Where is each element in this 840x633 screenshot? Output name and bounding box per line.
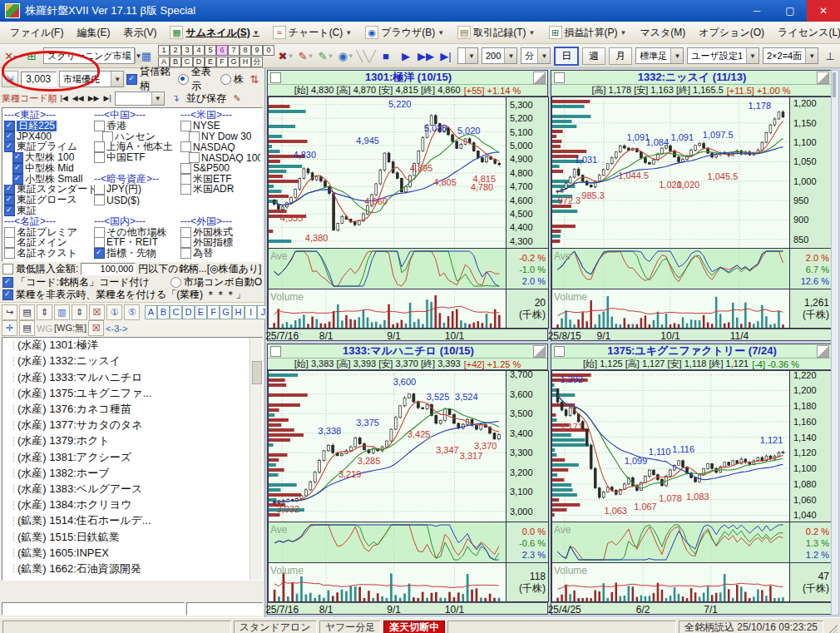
layout-select[interactable]: 2×2=4面▼	[763, 47, 818, 64]
page-button-分[interactable]: 分	[251, 57, 263, 67]
market-checkbox[interactable]	[94, 227, 105, 238]
chart-plot-area[interactable]: 1,2201,2001,1801,1601,1401,1201,1001,080…	[551, 370, 833, 602]
period-month-button[interactable]: 月	[609, 47, 632, 65]
resize-handle-icon[interactable]	[533, 72, 546, 84]
skip-end-icon[interactable]: ▶|	[437, 47, 454, 64]
market-item-row[interactable]: ハンセン	[94, 131, 180, 142]
market-checkbox[interactable]	[4, 185, 15, 195]
group-letter-button-D[interactable]: D	[182, 305, 195, 319]
group-letter-button-E[interactable]: E	[195, 305, 207, 319]
stock-list-item[interactable]: ┆(鉱業) 1515:日鉄鉱業	[2, 529, 250, 545]
market-checkbox[interactable]	[180, 163, 191, 174]
market-checkbox[interactable]	[94, 238, 105, 249]
market-item-row[interactable]: 香港	[94, 121, 180, 131]
market-item-row[interactable]: 日経225	[4, 121, 94, 131]
chart-scrollbar[interactable]	[831, 70, 839, 616]
chart-checkbox[interactable]	[270, 72, 281, 83]
priority-select[interactable]: 市場優先▼	[59, 71, 125, 87]
stock-list-item[interactable]: ┆(水産) 1379:ホクト	[2, 433, 250, 449]
market-item-row[interactable]: NASDAQ 100	[180, 152, 260, 163]
market-checkbox[interactable]	[4, 238, 15, 249]
market-item-row[interactable]: 名証ネクスト	[4, 248, 94, 259]
stock-list-item[interactable]: ┆(水産) 1301:極洋	[2, 338, 250, 354]
menu-item[interactable]: ファイル(F)	[3, 23, 70, 42]
market-item-row[interactable]: 名証メイン	[4, 238, 94, 249]
sort-apply-icon[interactable]: ↴	[167, 90, 184, 106]
page-button-0[interactable]: 0	[263, 45, 274, 56]
wg-nav-label[interactable]: <-3->	[106, 324, 127, 334]
market-item-row[interactable]: 外国株式	[180, 227, 260, 238]
market-item-row[interactable]: 米国ADR	[180, 185, 260, 195]
group-letter-button-F[interactable]: F	[207, 305, 220, 319]
maximize-button[interactable]: ▢	[773, 0, 807, 22]
resize-handle-icon[interactable]	[533, 345, 546, 358]
market-item-row[interactable]: 東証プライム	[4, 141, 94, 152]
market-checkbox[interactable]	[189, 131, 200, 142]
page-button-8[interactable]: 8	[240, 45, 251, 56]
menu-item[interactable]: 表示(V)	[116, 23, 163, 42]
prev-button[interactable]: ◀◀	[72, 94, 85, 102]
market-checkbox[interactable]	[12, 152, 23, 163]
last-button[interactable]: ▶|	[102, 94, 111, 102]
stock-list-item[interactable]: ┆(水産) 1332:ニッスイ	[2, 354, 250, 369]
sort-save-label[interactable]: 並び保存	[186, 91, 226, 106]
page-button-5[interactable]: 5	[205, 45, 216, 56]
stock-list-item[interactable]: ┆(水産) 1375:ユキグニファ...	[2, 385, 250, 401]
search-count-icon[interactable]: ⇲	[2, 71, 18, 87]
page-button-7[interactable]: 7	[228, 45, 240, 56]
market-checkbox[interactable]	[180, 185, 191, 195]
add-page-icon[interactable]: ⊞	[23, 47, 40, 64]
page-button-G[interactable]: G	[228, 57, 240, 67]
symbol-combo[interactable]: ▼	[457, 47, 478, 64]
group-letter-button-A[interactable]: A	[145, 305, 157, 319]
period-week-button[interactable]: 週	[582, 47, 605, 65]
market-item-row[interactable]: 大型株 100	[4, 152, 94, 163]
market-checkbox[interactable]	[94, 141, 105, 152]
delete-mark-icon[interactable]: ✖▼	[278, 47, 294, 64]
menu-item[interactable]: オプション(O)	[692, 23, 771, 42]
market-checkbox[interactable]	[12, 174, 23, 185]
edit-note-icon[interactable]: ✎	[229, 90, 245, 106]
globe-icon[interactable]: ◉▼	[338, 47, 354, 64]
market-item-row[interactable]: 外国指標	[180, 238, 260, 249]
sort-arrows-icon[interactable]: ⇅	[246, 71, 263, 87]
stock-list-item[interactable]: ┆(水産) 1381:アクシーズ	[2, 449, 250, 465]
market-item-row[interactable]: 東証グロース	[4, 195, 94, 205]
play-icon[interactable]: ▶	[398, 47, 414, 64]
market-item-row[interactable]: 名証プレミア	[4, 227, 94, 238]
market-checkbox[interactable]	[94, 152, 105, 163]
market-item-row[interactable]: JPY(円)	[94, 185, 180, 195]
goto-1-icon[interactable]: ①	[106, 304, 122, 320]
market-item-row[interactable]: NY Dow 30	[180, 131, 260, 142]
pencil-green-icon[interactable]: ✎▼	[318, 47, 334, 64]
market-item-row[interactable]: 東証スタンダード	[4, 185, 94, 195]
market-checkbox[interactable]	[4, 205, 15, 216]
page-button-6[interactable]: 6	[216, 45, 228, 56]
stock-list-item[interactable]: ┆(水産) 1377:サカタのタネ	[2, 418, 250, 433]
stock-list-item[interactable]: ┆(鉱業) 1605:INPEX	[2, 545, 250, 561]
chart-plot-area[interactable]: 3,7003,6003,5003,4003,3003,2003,1003,000…	[268, 370, 549, 602]
market-item-row[interactable]: 中国ETF	[94, 152, 180, 163]
menu-item[interactable]: マスタ(M)	[633, 23, 692, 42]
market-checkbox[interactable]	[4, 227, 15, 238]
next-button[interactable]: ▶▶	[87, 94, 101, 102]
market-checkbox[interactable]	[4, 141, 15, 152]
market-item-row[interactable]: その他市場株	[94, 227, 180, 238]
market-item-row[interactable]: NASDAQ	[180, 141, 260, 152]
market-item-row[interactable]: 指標・先物	[94, 248, 180, 259]
goto-5-icon[interactable]: ⑤	[124, 304, 140, 320]
market-checkbox[interactable]	[180, 238, 191, 249]
page-button-2[interactable]: 2	[170, 45, 181, 56]
market-checkbox[interactable]	[180, 248, 191, 259]
chart-cell-1333[interactable]: 1333:マルハニチロ (10/15) [始] 3,383 [高] 3,393 …	[267, 344, 548, 615]
add-cross-icon[interactable]: ✛	[2, 320, 17, 336]
menu-item[interactable]: ◉ブラウザ(B)▼	[358, 23, 451, 42]
market-item-row[interactable]: 米国ETF	[180, 174, 260, 185]
stock-list-item[interactable]: ┆(水産) 1383:ベルグアース	[2, 481, 250, 497]
market-item-row[interactable]: 東証	[4, 205, 94, 216]
list-color-icon[interactable]: ▥	[54, 304, 70, 320]
market-item-row[interactable]: NYSE	[180, 121, 260, 131]
chart-plot-area[interactable]: 5,3005,2005,1005,0004,9004,8004,7004,600…	[268, 96, 549, 329]
market-checkbox[interactable]	[180, 121, 191, 131]
pencil-red-icon[interactable]: ✎▼	[298, 47, 314, 64]
